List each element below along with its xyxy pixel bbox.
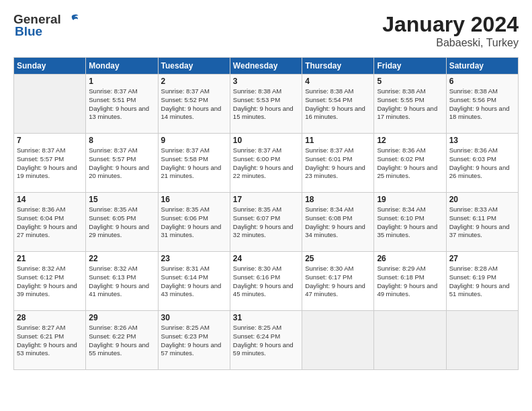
day-info: Sunrise: 8:35 AM Sunset: 6:07 PM Dayligh…	[233, 205, 299, 240]
day-info: Sunrise: 8:35 AM Sunset: 6:06 PM Dayligh…	[161, 205, 227, 240]
day-number: 22	[89, 254, 154, 263]
day-info: Sunrise: 8:25 AM Sunset: 6:23 PM Dayligh…	[161, 324, 227, 358]
day-info: Sunrise: 8:37 AM Sunset: 5:52 PM Dayligh…	[161, 87, 227, 122]
day-info: Sunrise: 8:28 AM Sunset: 6:19 PM Dayligh…	[449, 265, 515, 299]
calendar-cell: 8Sunrise: 8:37 AM Sunset: 5:57 PM Daylig…	[86, 134, 158, 193]
day-number: 17	[233, 195, 299, 204]
calendar-cell: 25Sunrise: 8:30 AM Sunset: 6:17 PM Dayli…	[302, 252, 374, 311]
day-number: 10	[233, 136, 299, 145]
day-info: Sunrise: 8:32 AM Sunset: 6:13 PM Dayligh…	[89, 265, 154, 299]
day-number: 7	[17, 136, 83, 145]
day-info: Sunrise: 8:37 AM Sunset: 6:00 PM Dayligh…	[233, 146, 299, 181]
day-info: Sunrise: 8:38 AM Sunset: 5:56 PM Dayligh…	[449, 87, 515, 122]
day-info: Sunrise: 8:37 AM Sunset: 5:57 PM Dayligh…	[17, 146, 83, 181]
calendar-cell: 1Sunrise: 8:37 AM Sunset: 5:51 PM Daylig…	[86, 75, 158, 134]
day-number: 26	[377, 254, 443, 263]
day-number: 14	[17, 195, 83, 204]
calendar-cell: 9Sunrise: 8:37 AM Sunset: 5:58 PM Daylig…	[158, 134, 230, 193]
day-info: Sunrise: 8:25 AM Sunset: 6:24 PM Dayligh…	[233, 324, 299, 358]
day-info: Sunrise: 8:35 AM Sunset: 6:05 PM Dayligh…	[89, 205, 154, 240]
calendar-cell: 22Sunrise: 8:32 AM Sunset: 6:13 PM Dayli…	[86, 252, 158, 311]
calendar-cell: 31Sunrise: 8:25 AM Sunset: 6:24 PM Dayli…	[230, 311, 302, 370]
day-number: 2	[161, 77, 227, 86]
day-header-friday: Friday	[374, 58, 446, 75]
day-info: Sunrise: 8:36 AM Sunset: 6:04 PM Dayligh…	[17, 205, 83, 240]
calendar-cell: 7Sunrise: 8:37 AM Sunset: 5:57 PM Daylig…	[14, 134, 86, 193]
calendar-cell: 13Sunrise: 8:36 AM Sunset: 6:03 PM Dayli…	[446, 134, 518, 193]
day-info: Sunrise: 8:38 AM Sunset: 5:55 PM Dayligh…	[377, 87, 443, 122]
day-number: 19	[377, 195, 443, 204]
day-info: Sunrise: 8:37 AM Sunset: 6:01 PM Dayligh…	[305, 146, 371, 181]
day-number: 23	[161, 254, 227, 263]
day-info: Sunrise: 8:26 AM Sunset: 6:22 PM Dayligh…	[89, 324, 154, 358]
calendar-cell: 12Sunrise: 8:36 AM Sunset: 6:02 PM Dayli…	[374, 134, 446, 193]
calendar-cell: 19Sunrise: 8:34 AM Sunset: 6:10 PM Dayli…	[374, 193, 446, 252]
day-number: 30	[161, 313, 227, 322]
calendar-title: January 2024	[382, 12, 519, 37]
day-number: 20	[449, 195, 515, 204]
day-number: 27	[449, 254, 515, 263]
day-info: Sunrise: 8:31 AM Sunset: 6:14 PM Dayligh…	[161, 265, 227, 299]
calendar-cell	[14, 75, 86, 134]
day-info: Sunrise: 8:27 AM Sunset: 6:21 PM Dayligh…	[17, 324, 83, 358]
day-info: Sunrise: 8:38 AM Sunset: 5:54 PM Dayligh…	[305, 87, 371, 122]
day-header-sunday: Sunday	[14, 58, 86, 75]
day-number: 3	[233, 77, 299, 86]
calendar-page: General Blue January 2024 Babaeski, Turk…	[0, 0, 532, 411]
day-info: Sunrise: 8:37 AM Sunset: 5:58 PM Dayligh…	[161, 146, 227, 181]
calendar-cell	[302, 311, 374, 370]
calendar-cell	[446, 311, 518, 370]
calendar-cell: 6Sunrise: 8:38 AM Sunset: 5:56 PM Daylig…	[446, 75, 518, 134]
calendar-cell: 3Sunrise: 8:38 AM Sunset: 5:53 PM Daylig…	[230, 75, 302, 134]
calendar-cell: 27Sunrise: 8:28 AM Sunset: 6:19 PM Dayli…	[446, 252, 518, 311]
calendar-cell: 16Sunrise: 8:35 AM Sunset: 6:06 PM Dayli…	[158, 193, 230, 252]
day-info: Sunrise: 8:34 AM Sunset: 6:10 PM Dayligh…	[377, 205, 443, 240]
day-number: 8	[89, 136, 154, 145]
day-header-wednesday: Wednesday	[230, 58, 302, 75]
day-header-thursday: Thursday	[302, 58, 374, 75]
week-row-3: 14Sunrise: 8:36 AM Sunset: 6:04 PM Dayli…	[14, 193, 519, 252]
day-number: 21	[17, 254, 83, 263]
calendar-cell: 30Sunrise: 8:25 AM Sunset: 6:23 PM Dayli…	[158, 311, 230, 370]
day-info: Sunrise: 8:29 AM Sunset: 6:18 PM Dayligh…	[377, 265, 443, 299]
day-number: 13	[449, 136, 515, 145]
day-number: 25	[305, 254, 371, 263]
logo-blue-text: Blue	[15, 24, 42, 39]
day-header-saturday: Saturday	[446, 58, 518, 75]
calendar-cell: 2Sunrise: 8:37 AM Sunset: 5:52 PM Daylig…	[158, 75, 230, 134]
calendar-cell: 24Sunrise: 8:30 AM Sunset: 6:16 PM Dayli…	[230, 252, 302, 311]
day-number: 5	[377, 77, 443, 86]
week-row-4: 21Sunrise: 8:32 AM Sunset: 6:12 PM Dayli…	[14, 252, 519, 311]
day-number: 1	[89, 77, 154, 86]
day-info: Sunrise: 8:36 AM Sunset: 6:02 PM Dayligh…	[377, 146, 443, 181]
calendar-table: SundayMondayTuesdayWednesdayThursdayFrid…	[13, 57, 519, 370]
day-number: 18	[305, 195, 371, 204]
calendar-cell: 20Sunrise: 8:33 AM Sunset: 6:11 PM Dayli…	[446, 193, 518, 252]
calendar-cell: 10Sunrise: 8:37 AM Sunset: 6:00 PM Dayli…	[230, 134, 302, 193]
calendar-cell	[374, 311, 446, 370]
calendar-cell: 23Sunrise: 8:31 AM Sunset: 6:14 PM Dayli…	[158, 252, 230, 311]
calendar-cell: 5Sunrise: 8:38 AM Sunset: 5:55 PM Daylig…	[374, 75, 446, 134]
calendar-cell: 14Sunrise: 8:36 AM Sunset: 6:04 PM Dayli…	[14, 193, 86, 252]
day-number: 31	[233, 313, 299, 322]
calendar-cell: 17Sunrise: 8:35 AM Sunset: 6:07 PM Dayli…	[230, 193, 302, 252]
calendar-cell: 18Sunrise: 8:34 AM Sunset: 6:08 PM Dayli…	[302, 193, 374, 252]
day-number: 9	[161, 136, 227, 145]
week-row-5: 28Sunrise: 8:27 AM Sunset: 6:21 PM Dayli…	[14, 311, 519, 370]
week-row-1: 1Sunrise: 8:37 AM Sunset: 5:51 PM Daylig…	[14, 75, 519, 134]
day-header-tuesday: Tuesday	[158, 58, 230, 75]
day-info: Sunrise: 8:36 AM Sunset: 6:03 PM Dayligh…	[449, 146, 515, 181]
calendar-cell: 28Sunrise: 8:27 AM Sunset: 6:21 PM Dayli…	[14, 311, 86, 370]
day-number: 11	[305, 136, 371, 145]
day-number: 15	[89, 195, 154, 204]
header: General Blue January 2024 Babaeski, Turk…	[13, 12, 519, 49]
logo: General Blue	[13, 12, 79, 39]
day-number: 29	[89, 313, 154, 322]
day-info: Sunrise: 8:34 AM Sunset: 6:08 PM Dayligh…	[305, 205, 371, 240]
day-number: 12	[377, 136, 443, 145]
day-info: Sunrise: 8:33 AM Sunset: 6:11 PM Dayligh…	[449, 205, 515, 240]
calendar-cell: 26Sunrise: 8:29 AM Sunset: 6:18 PM Dayli…	[374, 252, 446, 311]
days-header-row: SundayMondayTuesdayWednesdayThursdayFrid…	[14, 58, 519, 75]
logo-bird-icon	[64, 12, 79, 27]
day-number: 16	[161, 195, 227, 204]
